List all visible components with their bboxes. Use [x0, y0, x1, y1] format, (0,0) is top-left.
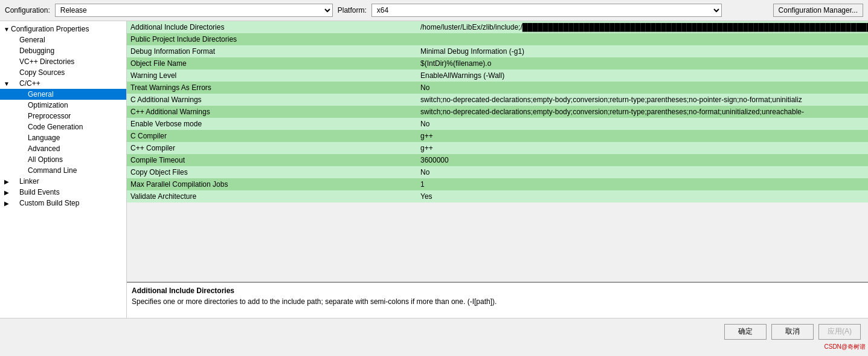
table-row[interactable]: C++ Compilerg++	[127, 142, 868, 154]
prop-name: C Additional Warnings	[127, 94, 417, 106]
tree-label: Command Line	[28, 166, 77, 175]
prop-name: Additional Include Directories	[127, 21, 417, 33]
table-row[interactable]: Additional Include Directories/home/lust…	[127, 21, 868, 33]
tree-label: Debugging	[19, 47, 54, 55]
table-row[interactable]: Warning LevelEnableAllWarnings (-Wall)	[127, 70, 868, 82]
tree-label: Copy Sources	[19, 68, 65, 77]
content-panel: Additional Include Directories/home/lust…	[127, 21, 868, 318]
tree-item-cpp-general[interactable]: General	[0, 89, 126, 100]
tree-label: General	[19, 36, 45, 44]
table-row[interactable]: Debug Information FormatMinimal Debug In…	[127, 45, 868, 57]
tree-label: Preprocessor	[28, 112, 71, 120]
tree-item-cpp-codegen[interactable]: Code Generation	[0, 121, 126, 132]
prop-name: Public Project Include Directories	[127, 33, 417, 45]
prop-name: Copy Object Files	[127, 166, 417, 178]
cancel-button[interactable]: 取消	[771, 324, 814, 340]
tree-item-cpp-pre[interactable]: Preprocessor	[0, 111, 126, 121]
tree-item-cpp[interactable]: ▼C/C++	[0, 78, 126, 89]
tree-label: Custom Build Step	[19, 199, 79, 207]
desc-text: Specifies one or more directories to add…	[132, 297, 863, 306]
prop-value: Minimal Debug Information (-g1)	[417, 45, 868, 57]
prop-name: Max Parallel Compilation Jobs	[127, 178, 417, 190]
tree-item-cpp-cmdline[interactable]: Command Line	[0, 165, 126, 176]
prop-value	[417, 33, 868, 45]
table-row[interactable]: C++ Additional Warningsswitch;no-depreca…	[127, 106, 868, 118]
tree-item-general[interactable]: General	[0, 34, 126, 45]
prop-value: 1	[417, 178, 868, 190]
tree-item-cpp-allopts[interactable]: All Options	[0, 154, 126, 165]
config-select[interactable]: Release	[55, 4, 333, 17]
tree-label: Advanced	[28, 144, 60, 153]
tree-item-cpp-lang[interactable]: Language	[0, 132, 126, 143]
table-row[interactable]: Object File Name$(IntDir)%(filename).o	[127, 57, 868, 70]
prop-value: /home/luster/LibEx/zlib/include;/███████…	[417, 21, 868, 33]
prop-value: switch;no-deprecated-declarations;empty-…	[417, 94, 868, 106]
prop-value: No	[417, 82, 868, 94]
tree-label: Linker	[19, 177, 39, 186]
tree-item-linker[interactable]: ▶Linker	[0, 176, 126, 187]
table-row[interactable]: Compile Timeout3600000	[127, 154, 868, 166]
prop-value: EnableAllWarnings (-Wall)	[417, 70, 868, 82]
table-row[interactable]: Max Parallel Compilation Jobs1	[127, 178, 868, 190]
table-row[interactable]: Public Project Include Directories	[127, 33, 868, 45]
apply-button[interactable]: 应用(A)	[818, 324, 861, 340]
prop-name: Enable Verbose mode	[127, 118, 417, 130]
tree-label: VC++ Directories	[19, 57, 74, 66]
prop-value: No	[417, 166, 868, 178]
tree-label: Code Generation	[28, 123, 83, 131]
config-manager-button[interactable]: Configuration Manager...	[773, 4, 863, 17]
tree-item-config-props[interactable]: ▼Configuration Properties	[0, 24, 126, 34]
tree-item-custom-build[interactable]: ▶Custom Build Step	[0, 198, 126, 209]
property-grid[interactable]: Additional Include Directories/home/lust…	[127, 21, 868, 282]
main-area: ▼Configuration PropertiesGeneralDebuggin…	[0, 21, 868, 318]
prop-name: Object File Name	[127, 57, 417, 70]
tree-item-build-events[interactable]: ▶Build Events	[0, 187, 126, 198]
tree-label: Configuration Properties	[11, 25, 89, 33]
config-label: Configuration:	[5, 6, 50, 15]
prop-name: Validate Architecture	[127, 190, 417, 202]
tree-label: Optimization	[28, 101, 68, 109]
tree-item-cpp-opt[interactable]: Optimization	[0, 100, 126, 111]
table-row[interactable]: Enable Verbose modeNo	[127, 118, 868, 130]
platform-label: Platform:	[338, 6, 367, 15]
tree-label: Language	[28, 134, 60, 142]
prop-name: Compile Timeout	[127, 154, 417, 166]
tree-item-copy-sources[interactable]: Copy Sources	[0, 67, 126, 78]
tree-label: Build Events	[19, 188, 60, 196]
tree-expander: ▼	[2, 80, 11, 87]
table-row[interactable]: Treat Warnings As ErrorsNo	[127, 82, 868, 94]
description-panel: Additional Include Directories Specifies…	[127, 282, 868, 318]
tree-label: General	[28, 90, 54, 99]
prop-name: C++ Additional Warnings	[127, 106, 417, 118]
prop-name: Treat Warnings As Errors	[127, 82, 417, 94]
tree-item-debugging[interactable]: Debugging	[0, 45, 126, 56]
property-table: Additional Include Directories/home/lust…	[127, 21, 868, 202]
tree-item-cpp-adv[interactable]: Advanced	[0, 143, 126, 154]
prop-value: g++	[417, 142, 868, 154]
prop-value: No	[417, 118, 868, 130]
prop-name: Warning Level	[127, 70, 417, 82]
prop-value: g++	[417, 130, 868, 142]
table-row[interactable]: C Additional Warningsswitch;no-deprecate…	[127, 94, 868, 106]
tree-label: C/C++	[19, 79, 40, 88]
prop-value: 3600000	[417, 154, 868, 166]
prop-value: switch;no-deprecated-declarations;empty-…	[417, 106, 868, 118]
confirm-button[interactable]: 确定	[724, 324, 767, 340]
top-bar: Configuration: Release Platform: x64 Con…	[0, 0, 868, 21]
tree-item-vc-dirs[interactable]: VC++ Directories	[0, 56, 126, 67]
prop-name: Debug Information Format	[127, 45, 417, 57]
table-row[interactable]: Validate ArchitectureYes	[127, 190, 868, 202]
tree-panel: ▼Configuration PropertiesGeneralDebuggin…	[0, 21, 127, 318]
tree-expander: ▶	[2, 189, 11, 196]
tree-label: All Options	[28, 155, 63, 164]
prop-value: $(IntDir)%(filename).o	[417, 57, 868, 70]
table-row[interactable]: C Compilerg++	[127, 130, 868, 142]
prop-name: C Compiler	[127, 130, 417, 142]
desc-title: Additional Include Directories	[132, 286, 863, 295]
tree-expander: ▶	[2, 200, 11, 207]
tree-expander: ▶	[2, 178, 11, 185]
tree-expander: ▼	[2, 26, 11, 33]
platform-select[interactable]: x64	[371, 4, 722, 17]
table-row[interactable]: Copy Object FilesNo	[127, 166, 868, 178]
bottom-bar: 确定 取消 应用(A)	[0, 318, 868, 345]
